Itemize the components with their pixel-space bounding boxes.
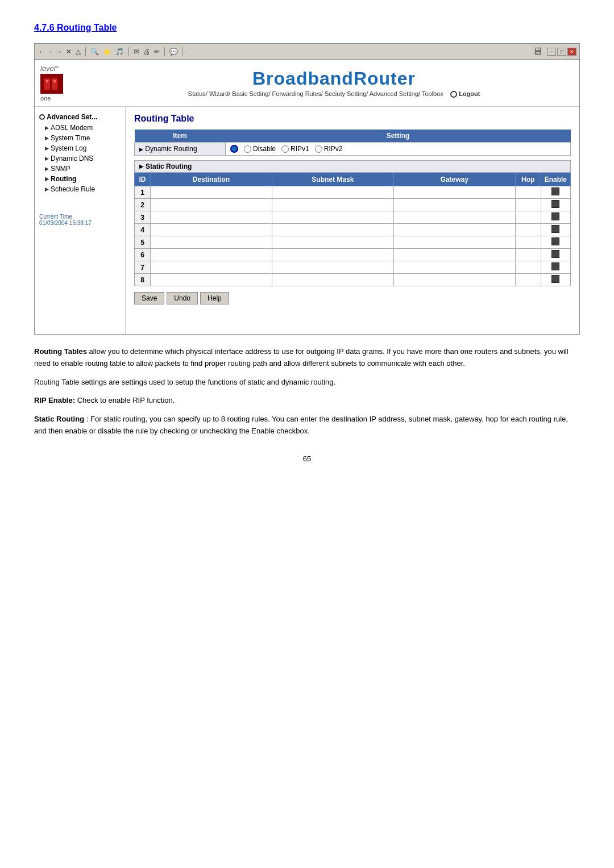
destination-input-1[interactable] — [153, 189, 269, 196]
subnet-mask-input-5[interactable] — [275, 239, 391, 246]
subnet-mask-input-6[interactable] — [275, 252, 391, 258]
help-button[interactable]: Help — [200, 292, 229, 304]
subnet-mask-input-8[interactable] — [275, 277, 391, 283]
enable-checkbox-2[interactable] — [551, 200, 559, 208]
nav-status[interactable]: Status/ — [188, 90, 208, 97]
hop-input-7[interactable] — [518, 263, 538, 272]
subnet-mask-cell-8[interactable] — [272, 274, 393, 286]
sidebar-item-system-log[interactable]: ▶ System Log — [35, 143, 125, 153]
destination-input-7[interactable] — [153, 264, 269, 271]
subnet-mask-cell-6[interactable] — [272, 249, 393, 261]
edit-icon[interactable]: ✏ — [153, 47, 161, 56]
nav-security[interactable]: Seciuty Setting/ — [325, 90, 368, 97]
hop-input-4[interactable] — [518, 226, 538, 234]
subnet-mask-input-1[interactable] — [275, 189, 391, 196]
print-icon[interactable]: 🖨 — [142, 47, 151, 56]
gateway-input-8[interactable] — [396, 277, 513, 283]
enable-cell-2[interactable] — [541, 199, 570, 211]
subnet-mask-input-2[interactable] — [275, 202, 391, 208]
subnet-mask-input-4[interactable] — [275, 227, 391, 233]
hop-cell-2[interactable] — [515, 199, 541, 211]
gateway-input-2[interactable] — [396, 202, 513, 208]
hop-cell-4[interactable] — [515, 224, 541, 236]
subnet-mask-cell-5[interactable] — [272, 236, 393, 249]
messenger-icon[interactable]: 💬 — [168, 47, 179, 56]
gateway-input-1[interactable] — [396, 189, 513, 196]
gateway-input-5[interactable] — [396, 239, 513, 246]
back-icon[interactable]: ← — [38, 47, 47, 56]
subnet-mask-cell-7[interactable] — [272, 261, 393, 274]
gateway-cell-8[interactable] — [393, 274, 515, 286]
destination-cell-8[interactable] — [151, 274, 272, 286]
maximize-button[interactable]: □ — [557, 48, 566, 56]
logout-button[interactable]: Logout — [459, 90, 480, 97]
ripv1-radio[interactable] — [281, 145, 289, 153]
mail-icon[interactable]: ✉ — [132, 47, 140, 56]
subnet-mask-cell-2[interactable] — [272, 199, 393, 211]
subnet-mask-input-7[interactable] — [275, 264, 391, 271]
hop-input-1[interactable] — [518, 188, 538, 197]
hop-input-5[interactable] — [518, 238, 538, 247]
hop-cell-6[interactable] — [515, 249, 541, 261]
destination-cell-3[interactable] — [151, 211, 272, 224]
nav-toolbox[interactable]: Toolbox — [422, 90, 443, 97]
destination-cell-5[interactable] — [151, 236, 272, 249]
destination-input-5[interactable] — [153, 239, 269, 246]
destination-cell-6[interactable] — [151, 249, 272, 261]
enable-cell-4[interactable] — [541, 224, 570, 236]
hop-input-6[interactable] — [518, 251, 538, 259]
subnet-mask-cell-3[interactable] — [272, 211, 393, 224]
close-button[interactable]: ✕ — [567, 48, 576, 56]
destination-input-6[interactable] — [153, 252, 269, 258]
disable-radio[interactable] — [244, 145, 251, 153]
enable-cell-3[interactable] — [541, 211, 570, 224]
subnet-mask-cell-4[interactable] — [272, 224, 393, 236]
hop-input-8[interactable] — [518, 276, 538, 284]
enable-cell-5[interactable] — [541, 236, 570, 249]
sidebar-item-snmp[interactable]: ▶ SNMP — [35, 164, 125, 174]
enable-checkbox-7[interactable] — [551, 262, 559, 270]
destination-cell-1[interactable] — [151, 186, 272, 199]
enable-cell-7[interactable] — [541, 261, 570, 274]
nav-forwarding[interactable]: Forwarding Rules/ — [272, 90, 323, 97]
enable-checkbox-5[interactable] — [551, 237, 559, 245]
gateway-input-4[interactable] — [396, 227, 513, 233]
enable-cell-6[interactable] — [541, 249, 570, 261]
hop-input-3[interactable] — [518, 213, 538, 222]
hop-input-2[interactable] — [518, 201, 538, 209]
enable-checkbox-4[interactable] — [551, 225, 559, 233]
destination-cell-7[interactable] — [151, 261, 272, 274]
hop-cell-7[interactable] — [515, 261, 541, 274]
gateway-input-3[interactable] — [396, 214, 513, 221]
sidebar-item-schedule[interactable]: ▶ Schedule Rule — [35, 184, 125, 194]
subnet-mask-input-3[interactable] — [275, 214, 391, 221]
enable-checkbox-8[interactable] — [551, 275, 559, 283]
gateway-cell-6[interactable] — [393, 249, 515, 261]
enable-checkbox-6[interactable] — [551, 250, 559, 258]
destination-input-4[interactable] — [153, 227, 269, 233]
gateway-input-7[interactable] — [396, 264, 513, 271]
enable-checkbox-3[interactable] — [551, 212, 559, 220]
enable-checkbox-1[interactable] — [551, 187, 559, 195]
nav-wizard[interactable]: Wizard/ — [209, 90, 230, 97]
gateway-cell-2[interactable] — [393, 199, 515, 211]
sidebar-item-routing[interactable]: ▶ Routing — [35, 174, 125, 184]
gateway-cell-7[interactable] — [393, 261, 515, 274]
nav-basic[interactable]: Basic Setting/ — [232, 90, 270, 97]
gateway-cell-5[interactable] — [393, 236, 515, 249]
hop-cell-3[interactable] — [515, 211, 541, 224]
hop-cell-1[interactable] — [515, 186, 541, 199]
gateway-cell-4[interactable] — [393, 224, 515, 236]
destination-input-8[interactable] — [153, 277, 269, 283]
sidebar-item-adsl[interactable]: ▶ ADSL Modem — [35, 123, 125, 133]
hop-cell-5[interactable] — [515, 236, 541, 249]
destination-cell-2[interactable] — [151, 199, 272, 211]
gateway-cell-3[interactable] — [393, 211, 515, 224]
undo-button[interactable]: Undo — [167, 292, 198, 304]
nav-advanced[interactable]: Advanced Setting/ — [370, 90, 420, 97]
destination-cell-4[interactable] — [151, 224, 272, 236]
ripv2-radio[interactable] — [315, 145, 322, 153]
home-icon[interactable]: △ — [74, 47, 82, 56]
destination-input-2[interactable] — [153, 202, 269, 208]
forward-icon[interactable]: → — [54, 47, 63, 56]
